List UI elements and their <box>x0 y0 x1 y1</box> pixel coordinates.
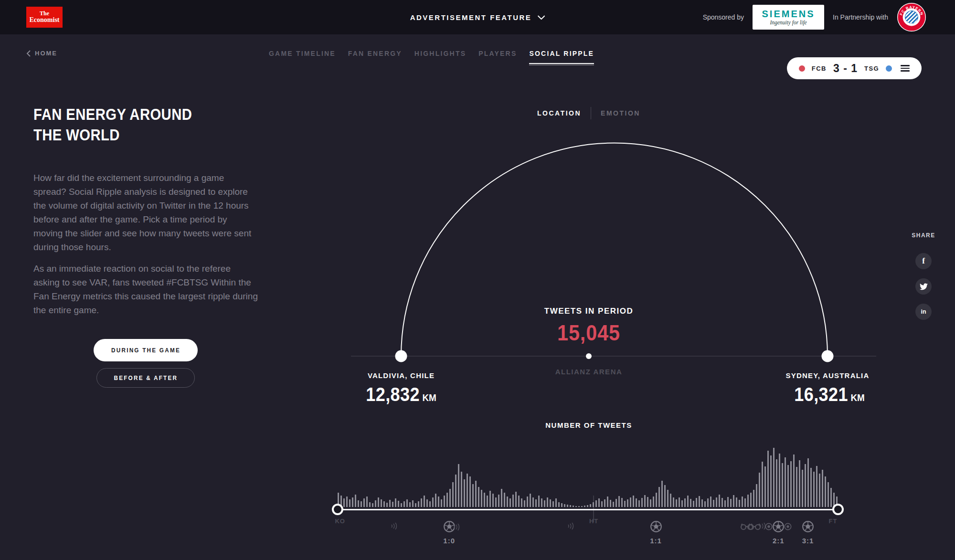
mode-divider <box>591 107 591 119</box>
tweet-bar <box>547 497 548 507</box>
tweet-bar <box>813 472 815 507</box>
score-pill[interactable]: FCB 3 - 1 TSG <box>787 57 922 79</box>
mode-emotion[interactable]: EMOTION <box>601 109 640 117</box>
advertisement-feature-dropdown[interactable]: ADVERTISEMENT FEATURE <box>410 0 545 34</box>
linkedin-icon: in <box>921 308 926 315</box>
tweet-bar <box>469 476 471 507</box>
right-endpoint-dot <box>822 350 834 362</box>
advertisement-feature-label: ADVERTISEMENT FEATURE <box>410 13 532 21</box>
home-link[interactable]: HOME <box>26 50 57 57</box>
ripple-sound-icon <box>452 521 461 535</box>
mode-location[interactable]: LOCATION <box>537 109 581 117</box>
tweet-bar <box>561 503 562 507</box>
tweet-bar <box>504 493 505 507</box>
tweet-bar <box>590 504 591 507</box>
tweet-bar <box>415 503 416 507</box>
tweet-bar <box>567 505 568 507</box>
tweet-bar <box>598 498 600 507</box>
tweet-bar <box>770 455 772 507</box>
tweet-bar <box>358 500 359 507</box>
tweet-bar <box>550 499 551 507</box>
tweet-bar <box>719 495 720 507</box>
tweet-bar <box>498 495 499 507</box>
right-distance: 16,321KM <box>794 384 865 405</box>
left-distance: 12,832KM <box>366 384 436 405</box>
twitter-share-button[interactable] <box>915 278 932 295</box>
timeline-ko-label: KO <box>335 518 345 525</box>
goal-small-icon <box>784 520 792 532</box>
tab-fan-energy[interactable]: FAN ENERGY <box>348 50 402 64</box>
tweet-bar <box>532 497 534 507</box>
linkedin-share-button[interactable]: in <box>915 304 932 320</box>
right-distance-value: 16,321 <box>794 384 848 405</box>
during-the-game-label: DURING THE GAME <box>111 347 180 354</box>
economist-logo[interactable]: The Economist <box>26 7 63 28</box>
tweet-bar <box>578 506 580 507</box>
before-and-after-label: BEFORE & AFTER <box>114 374 178 381</box>
tweet-bar <box>601 501 603 507</box>
score-value: 3 - 1 <box>833 62 858 75</box>
tweet-bar <box>710 497 711 507</box>
tweet-bar <box>613 502 614 507</box>
tweet-bar <box>564 504 565 507</box>
time-slider-track[interactable] <box>338 509 838 510</box>
tweet-bar <box>673 497 674 507</box>
tweet-bar <box>392 502 393 507</box>
tab-game-timeline[interactable]: GAME TIMELINE <box>269 50 336 64</box>
tweet-bar <box>478 487 479 507</box>
chevron-down-icon <box>537 15 545 20</box>
ripple-sound-icon <box>389 520 399 534</box>
tweet-bar <box>828 482 829 507</box>
tweet-bar <box>398 501 399 507</box>
tweet-bar <box>779 454 780 507</box>
score-label: 2:1 <box>773 537 785 545</box>
tweet-bar <box>604 499 605 507</box>
tweet-bar <box>676 499 677 507</box>
tab-highlights[interactable]: HIGHLIGHTS <box>414 50 466 64</box>
tab-players[interactable]: PLAYERS <box>478 50 517 64</box>
score-label: 1:1 <box>650 537 662 545</box>
tweet-bar <box>790 461 792 507</box>
tweet-bar <box>446 493 448 507</box>
goal-icon <box>443 520 456 535</box>
tweet-bar <box>472 484 474 507</box>
tweet-bar <box>530 494 531 507</box>
tweet-bar <box>647 497 648 507</box>
tweet-bar <box>587 505 588 507</box>
tweet-bar <box>650 499 651 507</box>
tweet-bar <box>802 470 803 507</box>
tweet-bar <box>739 500 740 507</box>
tweet-bar <box>484 493 485 507</box>
tweet-bar <box>610 500 611 507</box>
tweet-bar <box>807 458 809 507</box>
goal-icon <box>802 520 814 535</box>
tweet-bar <box>830 488 832 507</box>
tweet-bar <box>764 466 766 507</box>
tweet-bar <box>501 489 502 507</box>
tweet-bar <box>515 492 517 507</box>
tweet-bar <box>455 475 456 507</box>
slider-handle-start[interactable] <box>332 504 343 515</box>
social-ripple-page: The Economist ADVERTISEMENT FEATURE Spon… <box>0 0 955 560</box>
before-and-after-button[interactable]: BEFORE & AFTER <box>96 368 195 388</box>
tweet-bar <box>369 502 371 507</box>
tweet-bar <box>461 472 462 507</box>
facebook-share-button[interactable]: f <box>915 253 932 269</box>
tweet-bar <box>756 484 757 507</box>
tweet-bar <box>438 497 439 507</box>
left-endpoint-dot <box>395 350 407 362</box>
tweet-bar <box>684 498 686 507</box>
tweet-bar <box>406 499 408 507</box>
tweet-bar <box>595 500 597 507</box>
tweet-bar <box>805 464 806 507</box>
during-the-game-button[interactable]: DURING THE GAME <box>94 339 198 361</box>
tweet-bar <box>467 474 468 507</box>
tsg-team-dot <box>886 65 892 72</box>
top-bar: The Economist ADVERTISEMENT FEATURE Spon… <box>0 0 955 34</box>
tweet-bar <box>444 496 445 507</box>
home-team-code: FCB <box>812 65 827 72</box>
menu-icon[interactable] <box>901 65 910 72</box>
slider-handle-end[interactable] <box>832 504 844 515</box>
tab-social-ripple[interactable]: SOCIAL RIPPLE <box>529 50 594 64</box>
tweet-bar <box>395 498 396 507</box>
